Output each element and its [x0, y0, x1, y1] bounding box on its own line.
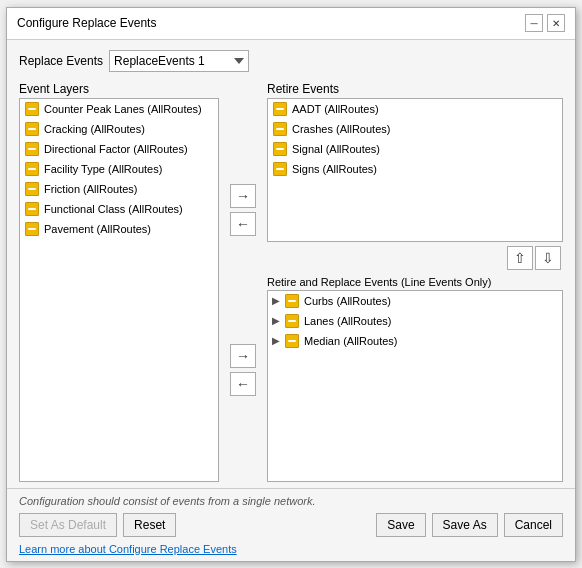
dialog-content: Replace Events ReplaceEvents 1 Event Lay…: [7, 40, 575, 488]
footer-note: Configuration should consist of events f…: [19, 495, 563, 507]
item-label: Directional Factor (AllRoutes): [44, 143, 188, 155]
middle-controls-top: → ← → ←: [225, 98, 261, 482]
panels-row: Event Layers Counter Peak Lanes (AllRout…: [19, 82, 563, 482]
route-icon: [24, 201, 40, 217]
item-label: Crashes (AllRoutes): [292, 123, 390, 135]
route-icon: [24, 221, 40, 237]
learn-more-link[interactable]: Learn more about Configure Replace Event…: [19, 543, 563, 555]
tree-item[interactable]: ▶Lanes (AllRoutes): [268, 311, 562, 331]
retire-events-label: Retire Events: [267, 82, 563, 96]
tree-expander-icon: ▶: [272, 295, 284, 306]
list-item[interactable]: Facility Type (AllRoutes): [20, 159, 218, 179]
list-item[interactable]: Functional Class (AllRoutes): [20, 199, 218, 219]
item-label: Functional Class (AllRoutes): [44, 203, 183, 215]
footer-right: Save Save As Cancel: [376, 513, 563, 537]
minimize-button[interactable]: ─: [525, 14, 543, 32]
list-item[interactable]: Crashes (AllRoutes): [268, 119, 562, 139]
list-item[interactable]: Counter Peak Lanes (AllRoutes): [20, 99, 218, 119]
item-label: Signal (AllRoutes): [292, 143, 380, 155]
move-right-1-button[interactable]: →: [230, 184, 256, 208]
move-up-button[interactable]: ⇧: [507, 246, 533, 270]
item-label: Cracking (AllRoutes): [44, 123, 145, 135]
move-down-button[interactable]: ⇩: [535, 246, 561, 270]
list-item[interactable]: Signs (AllRoutes): [268, 159, 562, 179]
close-button[interactable]: ✕: [547, 14, 565, 32]
retire-replace-label: Retire and Replace Events (Line Events O…: [267, 276, 563, 288]
list-item[interactable]: Cracking (AllRoutes): [20, 119, 218, 139]
retire-replace-panel: Retire and Replace Events (Line Events O…: [267, 276, 563, 482]
reset-button[interactable]: Reset: [123, 513, 176, 537]
route-icon: [272, 101, 288, 117]
route-icon: [284, 313, 300, 329]
list-item[interactable]: Signal (AllRoutes): [268, 139, 562, 159]
title-bar-buttons: ─ ✕: [525, 14, 565, 32]
set-default-button[interactable]: Set As Default: [19, 513, 117, 537]
configure-replace-events-dialog: Configure Replace Events ─ ✕ Replace Eve…: [6, 7, 576, 562]
dialog-title: Configure Replace Events: [17, 16, 156, 30]
list-item[interactable]: AADT (AllRoutes): [268, 99, 562, 119]
item-label: Friction (AllRoutes): [44, 183, 138, 195]
route-icon: [284, 333, 300, 349]
save-button[interactable]: Save: [376, 513, 425, 537]
route-icon: [272, 161, 288, 177]
event-layers-label: Event Layers: [19, 82, 219, 96]
event-layers-panel: Event Layers Counter Peak Lanes (AllRout…: [19, 82, 219, 482]
list-item[interactable]: Friction (AllRoutes): [20, 179, 218, 199]
route-icon: [272, 141, 288, 157]
item-label: Signs (AllRoutes): [292, 163, 377, 175]
list-item[interactable]: Pavement (AllRoutes): [20, 219, 218, 239]
tree-item[interactable]: ▶Curbs (AllRoutes): [268, 291, 562, 311]
footer-buttons: Set As Default Reset Save Save As Cancel: [19, 513, 563, 537]
cancel-button[interactable]: Cancel: [504, 513, 563, 537]
retire-events-panel: Retire Events AADT (AllRoutes)Crashes (A…: [267, 82, 563, 242]
move-left-1-button[interactable]: ←: [230, 212, 256, 236]
tree-expander-icon: ▶: [272, 335, 284, 346]
route-icon: [24, 121, 40, 137]
item-label: Pavement (AllRoutes): [44, 223, 151, 235]
footer: Configuration should consist of events f…: [7, 488, 575, 561]
item-label: Facility Type (AllRoutes): [44, 163, 162, 175]
title-bar: Configure Replace Events ─ ✕: [7, 8, 575, 40]
event-layers-list[interactable]: Counter Peak Lanes (AllRoutes)Cracking (…: [19, 98, 219, 482]
move-right-2-button[interactable]: →: [230, 344, 256, 368]
route-icon: [24, 101, 40, 117]
replace-events-select[interactable]: ReplaceEvents 1: [109, 50, 249, 72]
route-icon: [24, 141, 40, 157]
right-panel: Retire Events AADT (AllRoutes)Crashes (A…: [267, 82, 563, 482]
item-label: Lanes (AllRoutes): [304, 315, 391, 327]
route-icon: [284, 293, 300, 309]
retire-replace-list[interactable]: ▶Curbs (AllRoutes)▶Lanes (AllRoutes)▶Med…: [267, 290, 563, 482]
list-item[interactable]: Directional Factor (AllRoutes): [20, 139, 218, 159]
route-icon: [24, 161, 40, 177]
tree-expander-icon: ▶: [272, 315, 284, 326]
footer-left: Set As Default Reset: [19, 513, 176, 537]
route-icon: [272, 121, 288, 137]
item-label: Curbs (AllRoutes): [304, 295, 391, 307]
replace-events-row: Replace Events ReplaceEvents 1: [19, 50, 563, 72]
retire-events-list[interactable]: AADT (AllRoutes)Crashes (AllRoutes)Signa…: [267, 98, 563, 242]
move-left-2-button[interactable]: ←: [230, 372, 256, 396]
item-label: Median (AllRoutes): [304, 335, 398, 347]
save-as-button[interactable]: Save As: [432, 513, 498, 537]
item-label: AADT (AllRoutes): [292, 103, 379, 115]
up-down-row: ⇧ ⇩: [267, 246, 563, 270]
replace-events-label: Replace Events: [19, 54, 103, 68]
route-icon: [24, 181, 40, 197]
tree-item[interactable]: ▶Median (AllRoutes): [268, 331, 562, 351]
item-label: Counter Peak Lanes (AllRoutes): [44, 103, 202, 115]
